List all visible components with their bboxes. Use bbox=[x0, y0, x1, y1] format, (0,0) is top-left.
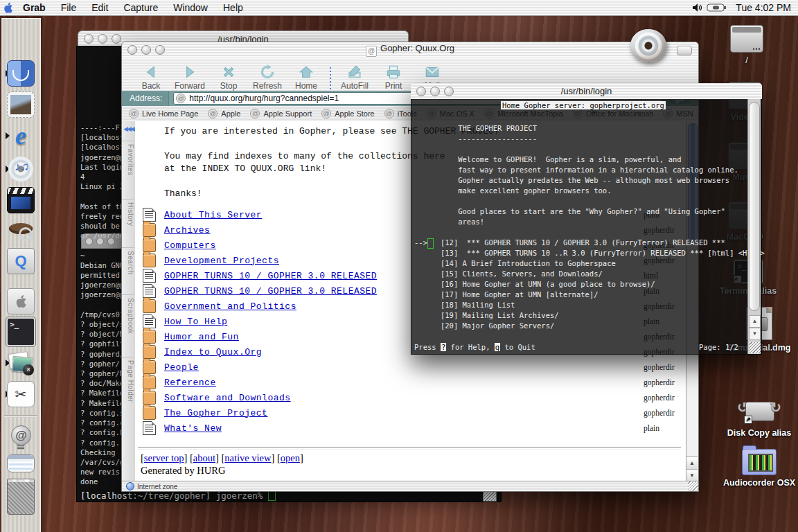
tab-search[interactable]: Search bbox=[122, 247, 134, 292]
menu-clock[interactable]: Tue 4:02 PM bbox=[729, 2, 798, 13]
close-icon[interactable] bbox=[84, 34, 94, 44]
dock-item-mail[interactable] bbox=[6, 91, 35, 118]
list-item[interactable]: Software and Downloadsgopherdir bbox=[135, 390, 686, 405]
dock-item-process-viewer[interactable] bbox=[6, 454, 35, 473]
back-button[interactable]: Back bbox=[132, 64, 170, 91]
document-icon bbox=[143, 208, 156, 222]
desktop-icon-disk-copy-alias[interactable]: ↺↻↗ Disk Copy alias bbox=[720, 393, 798, 438]
menu-edit[interactable]: Edit bbox=[84, 2, 116, 13]
disk-copy-icon: ↺↻↗ bbox=[740, 393, 779, 425]
gopher-menu-text: THE GOPHER PROJECT ------------------ We… bbox=[414, 123, 765, 331]
scroll-down-icon[interactable]: ▼ bbox=[749, 328, 761, 340]
document-icon bbox=[143, 421, 156, 435]
folder-icon bbox=[143, 254, 156, 267]
open-link[interactable]: open bbox=[281, 452, 300, 463]
tab-history[interactable]: History bbox=[122, 199, 134, 245]
running-marker-icon bbox=[6, 132, 10, 139]
folder-icon bbox=[143, 330, 156, 344]
scroll-down-icon[interactable]: ▼ bbox=[686, 469, 698, 481]
terminal-body[interactable]: Home Gopher server: gopherproject.org TH… bbox=[411, 99, 762, 355]
dock-item-image-capture[interactable]: 8 bbox=[6, 349, 35, 377]
dock-item-itunes[interactable]: ♪♫ bbox=[6, 155, 35, 183]
at-spring-icon: @ bbox=[8, 425, 34, 450]
itunes-icon: ♪♫ bbox=[8, 157, 33, 181]
zoom-icon[interactable] bbox=[444, 87, 454, 96]
terminal-titlebar[interactable]: /usr/bin/login bbox=[411, 83, 762, 100]
scroll-up-icon[interactable]: ▲ bbox=[749, 315, 761, 328]
globe-icon bbox=[126, 482, 134, 490]
native-view-link[interactable]: native view bbox=[224, 452, 271, 463]
favorite-live-home-page[interactable]: @Live Home Page bbox=[129, 109, 198, 118]
server-top-link[interactable]: server top bbox=[144, 452, 184, 463]
dock-item-quicktime[interactable]: Q bbox=[6, 247, 35, 275]
dock-item-clipping[interactable]: ✂ bbox=[6, 380, 35, 408]
minimize-icon[interactable] bbox=[430, 87, 440, 96]
vertical-scrollbar[interactable]: ▲ ▼ bbox=[747, 99, 761, 354]
list-item[interactable]: What's Newplain bbox=[135, 420, 686, 436]
imovie-icon bbox=[7, 187, 35, 213]
close-icon[interactable] bbox=[416, 87, 426, 96]
favorite-apple[interactable]: @Apple bbox=[208, 109, 240, 118]
print-button[interactable]: Print bbox=[374, 64, 413, 91]
app-menu-grab[interactable]: Grab bbox=[15, 2, 53, 13]
apple-menu-icon[interactable] bbox=[0, 2, 15, 13]
list-item[interactable]: The Gopher Projectgopherdir bbox=[135, 405, 686, 420]
generated-by-text: Generated by HURG bbox=[141, 465, 225, 477]
folder-icon bbox=[742, 449, 777, 475]
resize-grip[interactable] bbox=[750, 342, 761, 353]
terminal-status-line: Press ? for Help, q to Quit bbox=[414, 343, 535, 351]
tab-scrapbook[interactable]: Scrapbook bbox=[122, 294, 134, 353]
power-adapter-icon[interactable] bbox=[705, 3, 729, 12]
menu-bar: Grab File Edit Capture Window Help Tue 4… bbox=[0, 0, 798, 16]
cd-disc-icon[interactable] bbox=[630, 29, 666, 62]
list-item[interactable]: Peoplegopherdir bbox=[135, 360, 686, 375]
folder-icon bbox=[143, 238, 156, 252]
scrollbar-thumb[interactable] bbox=[749, 102, 760, 311]
terminal-icon: >_ bbox=[6, 317, 35, 346]
volume-icon[interactable] bbox=[690, 3, 705, 12]
minimize-icon[interactable] bbox=[141, 45, 151, 55]
dock-item-imovie[interactable] bbox=[6, 186, 35, 214]
dock-item-system-preferences[interactable] bbox=[6, 287, 35, 315]
page-indicator: Page: 1/2 bbox=[699, 343, 738, 351]
dock-item-finder[interactable] bbox=[6, 60, 35, 87]
home-button[interactable]: Home bbox=[287, 64, 326, 91]
autofill-button[interactable]: AutoFill bbox=[335, 64, 374, 91]
minimize-icon[interactable] bbox=[98, 34, 107, 44]
zoom-icon[interactable] bbox=[112, 34, 121, 44]
favorite-apple-store[interactable]: @Apple Store bbox=[321, 109, 374, 118]
tab-page-holder[interactable]: Page Holder bbox=[122, 357, 134, 429]
desktop-icon-root-disk[interactable]: / bbox=[716, 25, 778, 65]
photos-icon: 8 bbox=[8, 351, 34, 375]
collapse-sidebar-icon[interactable]: ◀◀◀ bbox=[123, 125, 134, 132]
collapse-widget-icon[interactable] bbox=[677, 46, 692, 55]
scroll-up-icon[interactable]: ▲ bbox=[686, 456, 698, 469]
favorite-icon: @ bbox=[208, 109, 218, 118]
dock-item-trash[interactable] bbox=[6, 477, 35, 516]
tab-favorites[interactable]: Favorites bbox=[122, 141, 134, 197]
favorite-apple-support[interactable]: @Apple Support bbox=[250, 109, 312, 118]
dock-item-mail-at[interactable]: @ bbox=[6, 423, 35, 451]
dock-item-terminal[interactable]: >_ bbox=[6, 318, 35, 346]
refresh-button[interactable]: Refresh bbox=[248, 64, 287, 91]
list-item[interactable]: Referencegopherdir bbox=[135, 375, 686, 390]
about-link[interactable]: about bbox=[193, 452, 215, 463]
favorite-icon: @ bbox=[384, 109, 394, 118]
menu-capture[interactable]: Capture bbox=[116, 2, 166, 13]
forward-button[interactable]: Forward bbox=[170, 64, 209, 91]
menu-window[interactable]: Window bbox=[166, 2, 215, 13]
window-title: /usr/bin/login bbox=[411, 86, 762, 96]
menu-file[interactable]: File bbox=[53, 2, 85, 13]
desktop-icon-audiocorder[interactable]: Audiocorder OSX bbox=[720, 449, 798, 488]
stop-button[interactable]: Stop bbox=[209, 64, 248, 91]
document-icon bbox=[143, 284, 156, 298]
dock-item-internet-explorer[interactable]: e bbox=[6, 122, 35, 150]
browser-titlebar[interactable]: @Gopher: Quux.Org bbox=[122, 42, 698, 58]
dock-strip: e ♪♫ Q >_ 8 ✂ @ bbox=[1, 18, 41, 532]
dock-item-sherlock[interactable] bbox=[6, 218, 35, 245]
close-icon[interactable] bbox=[127, 45, 137, 55]
resize-grip[interactable] bbox=[688, 481, 698, 491]
menu-help[interactable]: Help bbox=[215, 2, 251, 13]
zoom-icon[interactable] bbox=[155, 45, 165, 55]
folder-icon bbox=[143, 375, 156, 389]
